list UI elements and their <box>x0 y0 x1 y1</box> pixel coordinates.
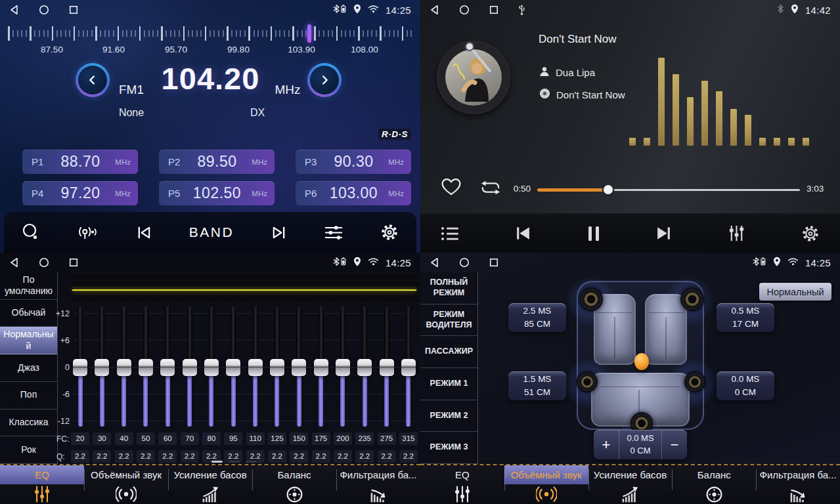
eq-slider-handle[interactable] <box>292 359 306 376</box>
eq-gain-slider[interactable] <box>401 305 416 430</box>
preset-button-p1[interactable]: P188.70MHz <box>22 150 138 174</box>
previous-track-icon[interactable] <box>514 225 532 242</box>
eq-slider-handle[interactable] <box>336 359 350 376</box>
nav-recents-icon[interactable] <box>69 258 78 267</box>
eq-gain-slider[interactable] <box>248 305 263 430</box>
listening-position-marker[interactable] <box>634 353 649 370</box>
nav-home-icon[interactable] <box>39 5 49 15</box>
eq-slider-handle[interactable] <box>270 359 284 376</box>
nav-home-icon[interactable] <box>459 257 470 268</box>
favorite-button[interactable] <box>439 176 463 200</box>
eq-gain-slider[interactable] <box>139 305 153 430</box>
band-button[interactable]: BAND <box>189 224 234 240</box>
eq-gain-slider[interactable] <box>380 305 394 430</box>
stage-mode-item-4[interactable]: РЕЖИМ 2 <box>420 400 477 432</box>
rear-left-delay-button[interactable]: 1.5 MS 51 CM <box>508 371 566 400</box>
eq-gain-slider[interactable] <box>357 305 372 430</box>
eq-slider-handle[interactable] <box>139 359 153 376</box>
preset-button-p6[interactable]: P6103.00MHz <box>296 181 411 205</box>
search-stations-icon[interactable] <box>21 222 41 242</box>
eq-slider-handle[interactable] <box>183 359 197 376</box>
nav-recents-icon[interactable] <box>69 5 78 14</box>
nav-recents-icon[interactable] <box>489 258 498 267</box>
tune-down-button[interactable] <box>76 63 110 97</box>
settings-gear-icon[interactable] <box>801 224 820 243</box>
eq-preset-item-6[interactable]: Рок <box>0 436 57 464</box>
nav-back-icon[interactable] <box>430 257 439 268</box>
eq-gain-slider[interactable] <box>292 305 306 430</box>
eq-gain-slider[interactable] <box>204 305 219 430</box>
tab-balance[interactable]: Баланс <box>252 465 336 504</box>
next-track-icon[interactable] <box>655 225 673 242</box>
eq-slider-handle[interactable] <box>160 359 175 376</box>
audio-settings-tabbar: EQОбъёмный звукУсиление басовБалансФильт… <box>0 464 420 504</box>
eq-gain-slider[interactable] <box>270 305 284 430</box>
stage-mode-item-3[interactable]: РЕЖИМ 1 <box>420 368 477 400</box>
tab-surround-sound[interactable]: Объёмный звук <box>84 465 168 504</box>
preset-button-p3[interactable]: P390.30MHz <box>296 150 411 174</box>
eq-gain-slider[interactable] <box>314 305 328 430</box>
eq-gain-slider[interactable] <box>226 305 240 430</box>
delay-decrease-button[interactable]: − <box>661 430 687 459</box>
nav-back-icon[interactable] <box>430 5 439 15</box>
eq-gain-slider[interactable] <box>336 305 350 430</box>
seek-previous-icon[interactable] <box>135 224 153 241</box>
visualizer-bar <box>774 138 780 146</box>
tune-up-button[interactable] <box>307 63 342 97</box>
seek-next-icon[interactable] <box>270 224 288 241</box>
seek-thumb[interactable] <box>604 185 613 194</box>
tab-subsonic-filter[interactable]: Фильтрация ба... <box>756 465 840 504</box>
eq-gain-slider[interactable] <box>117 305 131 430</box>
tab-eq-sliders[interactable]: EQ <box>420 465 504 504</box>
stage-mode-item-5[interactable]: РЕЖИМ 3 <box>420 432 477 464</box>
eq-gain-slider[interactable] <box>183 305 197 430</box>
pause-icon[interactable] <box>586 225 601 242</box>
eq-gain-slider[interactable] <box>95 305 109 430</box>
front-left-delay-button[interactable]: 2.5 MS 85 CM <box>508 303 566 332</box>
eq-slider-handle[interactable] <box>204 359 219 376</box>
eq-slider-handle[interactable] <box>95 359 109 376</box>
nav-back-icon[interactable] <box>9 5 19 15</box>
settings-gear-icon[interactable] <box>380 222 399 242</box>
preset-button-p5[interactable]: P5102.50MHz <box>159 181 275 205</box>
nav-back-icon[interactable] <box>9 257 19 268</box>
eq-gain-slider[interactable] <box>160 305 175 430</box>
preset-button-p4[interactable]: P497.20MHz <box>22 181 138 205</box>
eq-settings-icon[interactable] <box>324 224 343 242</box>
tab-balance[interactable]: Баланс <box>672 465 756 504</box>
tab-bass-boost[interactable]: Усиление басов <box>588 465 673 504</box>
eq-slider-handle[interactable] <box>380 359 394 376</box>
delay-increase-button[interactable]: + <box>594 430 619 459</box>
eq-gain-slider[interactable] <box>73 305 87 430</box>
eq-slider-handle[interactable] <box>226 359 240 376</box>
nav-home-icon[interactable] <box>39 257 49 268</box>
eq-slider-handle[interactable] <box>248 359 263 376</box>
eq-preset-item-0[interactable]: По умолчанию <box>0 272 57 300</box>
playlist-icon[interactable] <box>440 225 460 242</box>
eq-scale-label: +6 <box>45 336 70 345</box>
front-right-delay-button[interactable]: 0.5 MS 17 CM <box>717 303 774 332</box>
tab-subsonic-filter[interactable]: Фильтрация ба... <box>336 465 420 504</box>
seek-bar[interactable] <box>537 184 800 195</box>
tab-surround-sound[interactable]: Объёмный звук <box>504 465 588 504</box>
stage-mode-item-2[interactable]: ПАССАЖИР <box>420 336 477 368</box>
stage-mode-item-0[interactable]: ПОЛНЫЙ РЕЖИМ <box>420 272 477 304</box>
eq-band-30hz: 302.2 <box>93 305 111 463</box>
tab-eq-sliders[interactable]: EQ <box>0 465 84 504</box>
tuner-dial[interactable]: 87.50 91.60 95.70 99.80 103.90 108.00 <box>8 24 412 58</box>
preset-button-p2[interactable]: P289.50MHz <box>159 150 275 174</box>
stage-mode-item-1[interactable]: РЕЖИМ ВОДИТЕЛЯ <box>420 304 477 337</box>
broadcast-scan-icon[interactable] <box>77 224 99 242</box>
eq-slider-handle[interactable] <box>357 359 372 376</box>
rear-right-delay-button[interactable]: 0.0 MS 0 CM <box>717 371 774 400</box>
eq-slider-handle[interactable] <box>401 359 416 376</box>
nav-home-icon[interactable] <box>459 5 470 15</box>
nav-recents-icon[interactable] <box>489 5 498 14</box>
stage-preset-button[interactable]: Нормальный <box>759 283 831 301</box>
equalizer-shortcut-icon[interactable] <box>727 224 746 242</box>
tab-bass-boost[interactable]: Усиление басов <box>168 465 252 504</box>
eq-slider-handle[interactable] <box>117 359 131 376</box>
eq-slider-handle[interactable] <box>73 359 87 376</box>
bluetooth-battery-icon <box>332 257 347 269</box>
eq-slider-handle[interactable] <box>314 359 328 376</box>
